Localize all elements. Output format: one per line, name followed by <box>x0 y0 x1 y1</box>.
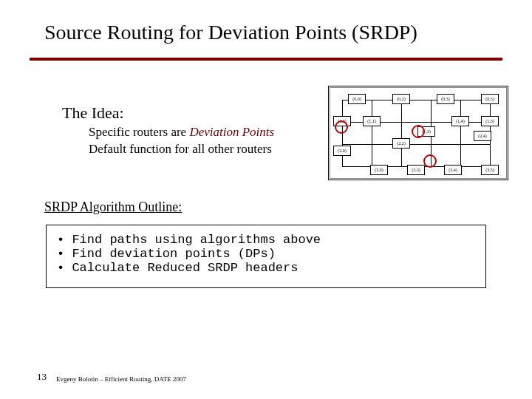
grid-line <box>372 100 372 166</box>
mesh-node: (1,5) <box>481 116 499 126</box>
mesh-node: (0,0) <box>348 94 366 104</box>
idea-line2: Default function for all other routers <box>89 142 272 156</box>
grid-line <box>342 144 490 145</box>
mesh-node: (3,3) <box>407 165 425 175</box>
grid-line <box>401 100 402 166</box>
idea-line1-em: Deviation Points <box>189 125 274 139</box>
outline-item: Find paths using algorithms above <box>57 233 475 247</box>
mesh-node: (2,4) <box>474 131 491 141</box>
mesh-diagram: (0,0) (0,2) (0,3) (0,5) (1,0) (1,1) (1,3… <box>328 86 508 180</box>
mesh-node: (1,4) <box>451 116 469 126</box>
outline-item: Find deviation points (DPs) <box>57 247 475 261</box>
outline-item: Calculate Reduced SRDP headers <box>57 261 475 275</box>
idea-heading: The Idea: <box>62 103 124 123</box>
page-number: 13 <box>37 371 47 383</box>
mesh-node: (0,2) <box>392 94 410 104</box>
grid-line <box>342 100 343 166</box>
mesh-node: (1,0) <box>333 116 351 126</box>
mesh-node: (1,3) <box>417 126 435 137</box>
mesh-node: (0,3) <box>437 94 454 104</box>
mesh-node: (2,0) <box>333 146 351 156</box>
grid-line <box>460 100 461 166</box>
mesh-node: (3,4) <box>444 165 462 175</box>
mesh-node: (3,5) <box>481 165 499 175</box>
title-rule <box>30 58 502 61</box>
outline-box: Find paths using algorithms above Find d… <box>46 225 486 288</box>
slide-title: Source Routing for Deviation Points (SRD… <box>44 21 502 44</box>
footer-text: Evgeny Bolotin – Efficient Routing, DATE… <box>56 375 186 383</box>
mesh-node: (0,5) <box>481 94 499 104</box>
idea-line1-prefix: Specific routers are <box>89 125 189 139</box>
mesh-node: (1,1) <box>363 116 381 126</box>
mesh-node: (2,2) <box>392 138 410 149</box>
mesh-node: (3,0) <box>370 165 388 175</box>
outline-heading: SRDP Algorithm Outline: <box>44 200 182 215</box>
idea-body: Specific routers are Deviation Points De… <box>89 124 325 158</box>
slide: Source Routing for Deviation Points (SRD… <box>0 0 532 399</box>
